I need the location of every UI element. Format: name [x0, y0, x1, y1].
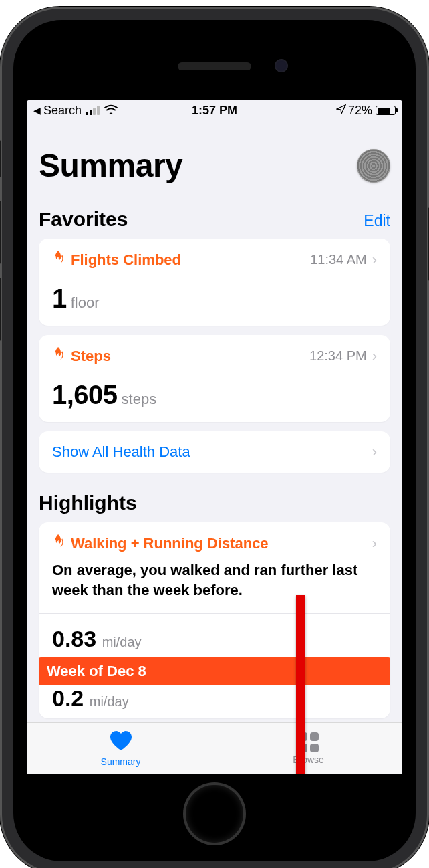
wifi-icon: [104, 104, 118, 117]
divider: [39, 613, 390, 614]
location-icon: [336, 104, 346, 116]
grid-icon: [299, 732, 319, 752]
favorite-value: 1: [52, 284, 67, 314]
favorite-unit: floor: [71, 294, 100, 312]
main-content[interactable]: Summary Favorites Edit Flights Climbed 1…: [27, 120, 402, 722]
favorite-title: Flights Climbed: [71, 251, 310, 269]
highlights-title: Highlights: [39, 492, 137, 514]
battery-percentage: 72%: [348, 104, 372, 118]
favorite-unit: steps: [122, 391, 157, 408]
tab-browse[interactable]: Browse: [214, 723, 402, 774]
favorite-card-steps[interactable]: Steps 12:34 PM › 1,605 steps: [39, 335, 390, 422]
tab-bar: Summary Browse: [27, 722, 402, 774]
favorite-timestamp: 11:34 AM: [310, 252, 367, 267]
highlight-title: Walking + Running Distance: [71, 535, 372, 552]
favorite-title: Steps: [71, 348, 309, 365]
heart-icon: [109, 730, 133, 754]
volume-up-button: [0, 201, 1, 264]
tab-summary[interactable]: Summary: [27, 723, 214, 774]
volume-down-button: [0, 278, 1, 341]
flame-icon: [52, 347, 64, 365]
page-header: Summary: [39, 147, 390, 184]
chevron-right-icon: ›: [372, 535, 377, 552]
cellular-signal-icon: [86, 106, 100, 115]
home-button[interactable]: [186, 785, 243, 843]
mute-switch: [0, 140, 1, 177]
chevron-right-icon: ›: [372, 251, 377, 269]
page-title: Summary: [39, 147, 182, 184]
edit-button[interactable]: Edit: [364, 212, 390, 230]
highlight-value-1: 0.83: [52, 626, 96, 651]
chevron-right-icon: ›: [372, 443, 377, 461]
flame-icon: [52, 251, 64, 269]
status-bar-right: 72%: [275, 104, 396, 118]
show-all-health-data[interactable]: Show All Health Data ›: [39, 431, 390, 473]
highlight-description: On average, you walked and ran further l…: [52, 560, 377, 600]
favorite-timestamp: 12:34 PM: [309, 348, 367, 364]
tab-browse-label: Browse: [293, 754, 324, 765]
speaker-grille: [178, 62, 251, 70]
show-all-label: Show All Health Data: [52, 443, 372, 461]
back-to-app-label[interactable]: Search: [43, 104, 82, 118]
status-bar-time: 1:57 PM: [154, 104, 275, 118]
status-bar-left: ◀ Search: [33, 104, 154, 118]
status-bar: ◀ Search 1:57 PM 72%: [27, 100, 402, 120]
highlight-card-walking[interactable]: Walking + Running Distance › On average,…: [39, 522, 390, 718]
highlight-value-2: 0.2: [52, 685, 84, 711]
back-to-app-caret[interactable]: ◀: [33, 105, 41, 116]
favorite-value: 1,605: [52, 380, 118, 410]
highlight-unit-2: mi/day: [90, 694, 129, 709]
battery-icon: [376, 106, 396, 115]
favorite-card-flights[interactable]: Flights Climbed 11:34 AM › 1 floor: [39, 239, 390, 326]
highlights-header: Highlights: [39, 492, 390, 514]
tab-summary-label: Summary: [101, 756, 141, 767]
profile-avatar[interactable]: [357, 149, 390, 183]
phone-frame: ◀ Search 1:57 PM 72%: [0, 7, 429, 868]
phone-bezel: ◀ Search 1:57 PM 72%: [13, 20, 416, 861]
favorites-header: Favorites Edit: [39, 208, 390, 231]
chevron-right-icon: ›: [372, 348, 377, 365]
week-bar: Week of Dec 8: [39, 657, 390, 685]
highlight-unit-1: mi/day: [102, 635, 142, 649]
favorites-title: Favorites: [39, 208, 128, 231]
screen: ◀ Search 1:57 PM 72%: [27, 100, 402, 774]
flame-icon: [52, 534, 64, 552]
front-camera: [275, 59, 288, 72]
